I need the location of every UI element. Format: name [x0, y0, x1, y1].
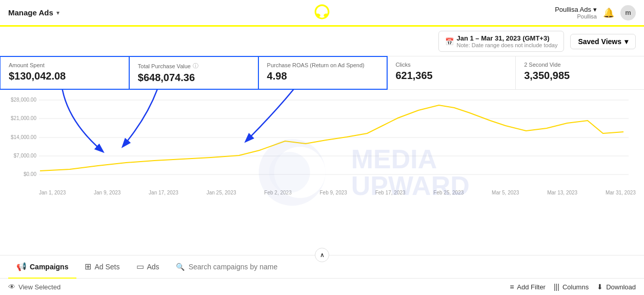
date-bar: 📅 Jan 1 – Mar 31, 2023 (GMT+3) Note: Dat… — [0, 27, 644, 56]
metric-label-clicks: Clicks — [395, 62, 507, 68]
bell-icon[interactable]: 🔔 — [603, 7, 614, 18]
search-input[interactable] — [189, 263, 628, 271]
svg-text:$21,000.00: $21,000.00 — [11, 115, 36, 121]
campaigns-icon: 📢 — [16, 262, 27, 271]
filter-icon: ≡ — [510, 283, 514, 291]
metric-amount-spent: Amount Spent $130,042.08 — [0, 56, 130, 90]
metric-label-2sec: 2 Second Vide — [524, 62, 636, 68]
top-nav: Manage Ads ▾ Poullisa Ads ▾ Poullisa 🔔 m — [0, 0, 644, 27]
metrics-row: Amount Spent $130,042.08 Total Purchase … — [0, 56, 644, 90]
svg-text:$7,000.00: $7,000.00 — [14, 153, 37, 159]
search-icon: 🔍 — [176, 263, 185, 271]
snapchat-logo — [314, 4, 330, 22]
metric-label-roas: Purchase ROAS (Return on Ad Spend) — [267, 62, 379, 68]
svg-text:$14,000.00: $14,000.00 — [11, 134, 36, 140]
chart-container: MEDIA UPWARD $28,000.00 — [0, 90, 644, 255]
metric-value-roas: 4.98 — [267, 70, 379, 82]
metric-clicks: Clicks 621,365 — [387, 56, 516, 89]
x-label-5: Feb 9, 2023 — [319, 190, 347, 195]
ads-label: Ads — [147, 263, 159, 271]
download-label: Download — [606, 283, 636, 291]
metric-value-clicks: 621,365 — [395, 70, 507, 82]
saved-views-button[interactable]: Saved Views ▾ — [570, 34, 636, 49]
columns-icon: ||| — [554, 283, 559, 291]
eye-icon: 👁 — [8, 283, 15, 291]
add-filter-label: Add Filter — [517, 283, 546, 291]
columns-button[interactable]: ||| Columns — [554, 283, 589, 291]
add-filter-button[interactable]: ≡ Add Filter — [510, 283, 546, 291]
calendar-icon: 📅 — [445, 37, 454, 46]
actions-right: ≡ Add Filter ||| Columns ⬇ Download — [510, 283, 636, 291]
adsets-icon: ⊞ — [85, 262, 91, 271]
svg-text:$0.00: $0.00 — [24, 171, 36, 177]
account-info[interactable]: Poullisa Ads ▾ Poullisa — [555, 6, 597, 19]
search-tab[interactable]: 🔍 — [168, 259, 636, 275]
date-range-text: Jan 1 – Mar 31, 2023 (GMT+3) Note: Date … — [457, 34, 558, 48]
x-label-8: Mar 5, 2023 — [492, 190, 519, 195]
account-chevron-icon: ▾ — [593, 6, 597, 13]
x-label-10: Mar 31, 2023 — [606, 190, 636, 195]
date-range-main: Jan 1 – Mar 31, 2023 (GMT+3) — [457, 34, 558, 42]
view-selected-label: View Selected — [18, 283, 61, 291]
columns-label: Columns — [562, 283, 589, 291]
metric-label-total-purchase: Total Purchase Value ⓘ — [138, 62, 250, 70]
tab-adsets[interactable]: ⊞ Ad Sets — [76, 255, 128, 279]
download-icon: ⬇ — [597, 283, 603, 291]
metric-value-total-purchase: $648,074.36 — [138, 72, 250, 84]
metric-value-2sec: 3,350,985 — [524, 70, 636, 82]
chart-svg: $28,000.00 $21,000.00 $14,000.00 $7,000.… — [8, 95, 636, 190]
x-label-9: Mar 13, 2023 — [547, 190, 577, 195]
saved-views-label: Saved Views — [578, 37, 621, 46]
collapse-button[interactable]: ∧ — [315, 248, 329, 262]
main-content: 📅 Jan 1 – Mar 31, 2023 (GMT+3) Note: Dat… — [0, 27, 644, 295]
metric-roas: Purchase ROAS (Return on Ad Spend) 4.98 — [258, 56, 388, 90]
date-range-button[interactable]: 📅 Jan 1 – Mar 31, 2023 (GMT+3) Note: Dat… — [438, 31, 565, 52]
view-selected-btn[interactable]: 👁 View Selected — [8, 283, 61, 291]
saved-views-chevron-icon: ▾ — [625, 37, 628, 46]
x-axis-labels: Jan 1, 2023 Jan 9, 2023 Jan 17, 2023 Jan… — [8, 190, 636, 195]
account-name: Poullisa Ads ▾ — [555, 6, 597, 13]
campaigns-label: Campaigns — [30, 263, 68, 271]
metric-info-icon: ⓘ — [193, 62, 198, 70]
tab-campaigns[interactable]: 📢 Campaigns — [8, 255, 76, 279]
avatar[interactable]: m — [620, 5, 636, 21]
metric-total-purchase: Total Purchase Value ⓘ $648,074.36 — [129, 56, 259, 90]
x-label-7: Feb 25, 2023 — [433, 190, 464, 195]
nav-right: Poullisa Ads ▾ Poullisa 🔔 m — [555, 5, 636, 21]
x-label-1: Jan 9, 2023 — [94, 190, 120, 195]
manage-ads-nav[interactable]: Manage Ads ▾ — [8, 8, 59, 17]
metric-value-amount-spent: $130,042.08 — [9, 70, 120, 82]
metric-2sec-view: 2 Second Vide 3,350,985 — [516, 56, 644, 89]
tab-ads[interactable]: ▭ Ads — [128, 255, 168, 279]
adsets-label: Ad Sets — [94, 263, 119, 271]
x-label-0: Jan 1, 2023 — [39, 190, 66, 195]
x-label-2: Jan 17, 2023 — [149, 190, 178, 195]
account-sub: Poullisa — [577, 13, 597, 19]
date-range-sub: Note: Date range does not include today — [457, 42, 558, 48]
manage-ads-chevron-icon: ▾ — [56, 9, 59, 16]
metric-label-amount-spent: Amount Spent — [9, 62, 120, 68]
download-button[interactable]: ⬇ Download — [597, 283, 636, 291]
ads-icon: ▭ — [136, 262, 144, 271]
x-label-4: Feb 2, 2023 — [264, 190, 291, 195]
svg-text:$28,000.00: $28,000.00 — [11, 97, 36, 103]
x-label-6: Feb 17, 2023 — [375, 190, 406, 195]
actions-row: 👁 View Selected ≡ Add Filter ||| Columns… — [0, 279, 644, 295]
manage-ads-label: Manage Ads — [8, 8, 53, 17]
x-label-3: Jan 25, 2023 — [207, 190, 236, 195]
